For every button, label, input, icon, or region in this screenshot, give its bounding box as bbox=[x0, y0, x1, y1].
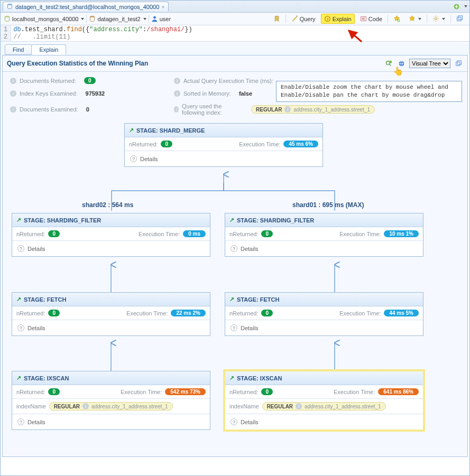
plan-node-fetch[interactable]: ↗STAGE: FETCH nReturned:0Execution Time:… bbox=[12, 292, 210, 336]
svg-rect-16 bbox=[457, 60, 461, 64]
popout-icon bbox=[455, 60, 462, 67]
panel-title: Query Execution Statistics of the Winnin… bbox=[7, 60, 148, 67]
database-label: datagen_it_test2 bbox=[97, 16, 140, 22]
stage-icon: ↗ bbox=[16, 375, 21, 381]
plan-tree[interactable]: shard02 : 564 ms shard01 : 695 ms (MAX) … bbox=[3, 121, 467, 456]
index-chip: REGULARiaddress.city_1_address.street_1 bbox=[262, 402, 386, 410]
details-toggle[interactable]: ?Details bbox=[225, 414, 423, 430]
details-toggle[interactable]: ?Details bbox=[12, 241, 210, 256]
tab-find[interactable]: Find bbox=[5, 44, 32, 55]
favorite-add-button[interactable] bbox=[390, 14, 403, 24]
info-icon: i bbox=[174, 90, 180, 97]
gear-icon bbox=[432, 15, 439, 22]
plan-node-ixscan[interactable]: ↗STAGE: IXSCAN nReturned:0Execution Time… bbox=[12, 371, 210, 430]
wand-icon bbox=[291, 15, 298, 22]
svg-rect-11 bbox=[458, 16, 462, 20]
svg-point-0 bbox=[7, 4, 12, 5]
db-icon bbox=[6, 3, 13, 10]
question-icon: ? bbox=[17, 245, 24, 252]
question-icon: ? bbox=[130, 155, 137, 162]
magnifier-icon bbox=[385, 60, 392, 67]
question-icon: ? bbox=[231, 324, 237, 331]
explain-panel: Query Execution Statistics of the Winnin… bbox=[2, 55, 468, 457]
index-keys-value: 975932 bbox=[86, 90, 105, 97]
main-toolbar: localhost_mongos_40000 datagen_it_test2 … bbox=[1, 13, 469, 25]
plan-node-shard-merge[interactable]: ↗STAGE: SHARD_MERGE nReturned:0Execution… bbox=[124, 123, 323, 167]
zoom-toggle-button[interactable] bbox=[384, 59, 393, 68]
details-toggle[interactable]: ?Details bbox=[12, 414, 210, 430]
svg-point-12 bbox=[386, 61, 390, 64]
stage-icon: ↗ bbox=[129, 127, 134, 134]
index-chip: REGULARiaddress.city_1_address.street_1 bbox=[251, 105, 375, 114]
user-label: user bbox=[160, 16, 171, 22]
query-button[interactable]: Query bbox=[288, 14, 319, 24]
info-icon: i bbox=[10, 106, 16, 113]
info-icon: i bbox=[10, 90, 16, 97]
shard-label-left: shard02 : 564 ms bbox=[82, 201, 133, 209]
svg-point-4 bbox=[153, 16, 156, 19]
editor-tab-bar: datagen_it_test2:test_shard@localhost_mo… bbox=[1, 1, 469, 13]
question-icon: ? bbox=[17, 418, 24, 425]
stage-icon: ↗ bbox=[16, 296, 21, 303]
details-toggle[interactable]: ?Details bbox=[225, 320, 423, 335]
code-button[interactable]: Code bbox=[357, 14, 385, 24]
plan-node-sharding-filter[interactable]: ↗STAGE: SHARDING_FILTER nReturned:0Execu… bbox=[225, 213, 423, 257]
user-icon bbox=[151, 15, 158, 22]
favorite-button[interactable] bbox=[406, 14, 425, 24]
result-tabstrip: Find Explain bbox=[1, 42, 469, 55]
svg-point-13 bbox=[389, 60, 392, 63]
plan-node-fetch[interactable]: ↗STAGE: FETCH nReturned:0Execution Time:… bbox=[225, 292, 423, 336]
info-icon: i bbox=[82, 403, 89, 409]
globe-icon bbox=[398, 60, 405, 67]
info-icon: i bbox=[174, 78, 180, 84]
star-icon bbox=[409, 15, 416, 22]
query-editor[interactable]: 1 2 db.test_shard.find({"address.city":/… bbox=[1, 25, 469, 42]
database-icon bbox=[89, 15, 96, 22]
editor-tab[interactable]: datagen_it_test2:test_shard@localhost_mo… bbox=[3, 2, 169, 11]
question-icon: ? bbox=[17, 324, 24, 331]
bookmark-button[interactable] bbox=[270, 14, 283, 24]
info-icon: i bbox=[174, 106, 179, 113]
plan-node-sharding-filter[interactable]: ↗STAGE: SHARDING_FILTER nReturned:0Execu… bbox=[12, 213, 210, 257]
add-tab-button[interactable] bbox=[451, 2, 461, 11]
tab-explain[interactable]: Explain bbox=[31, 44, 66, 55]
database-icon bbox=[4, 15, 11, 22]
database-selector[interactable]: datagen_it_test2 bbox=[89, 15, 146, 22]
editor-code[interactable]: db.test_shard.find({"address.city":/shan… bbox=[11, 25, 195, 41]
chevron-down-icon[interactable] bbox=[464, 5, 467, 7]
svg-point-2 bbox=[5, 16, 9, 17]
connection-selector[interactable]: localhost_mongos_40000 bbox=[4, 15, 84, 22]
user-selector[interactable]: user bbox=[151, 15, 171, 22]
explain-button[interactable]: ?Explain bbox=[321, 14, 355, 24]
svg-point-9 bbox=[435, 17, 437, 20]
question-icon: ? bbox=[231, 245, 237, 252]
popout-icon bbox=[456, 15, 463, 22]
zoom-tooltip: Enable/Disable zoom the chart by mouse w… bbox=[276, 81, 462, 102]
chevron-down-icon bbox=[418, 18, 421, 20]
panel-header: Query Execution Statistics of the Winnin… bbox=[3, 55, 467, 72]
editor-gutter: 1 2 bbox=[1, 25, 11, 41]
editor-tab-label: datagen_it_test2:test_shard@localhost_mo… bbox=[15, 4, 159, 10]
svg-rect-15 bbox=[456, 62, 459, 66]
view-mode-select[interactable]: Visual Tree bbox=[409, 59, 450, 68]
plan-node-ixscan[interactable]: ↗STAGE: IXSCAN nReturned:0Execution Time… bbox=[225, 371, 423, 430]
svg-point-3 bbox=[90, 16, 95, 17]
details-toggle[interactable]: ?Details bbox=[125, 151, 322, 166]
code-icon bbox=[360, 15, 367, 22]
globe-button[interactable] bbox=[397, 59, 406, 68]
docs-returned-badge: 0 bbox=[84, 77, 96, 84]
index-chip: REGULARiaddress.city_1_address.street_1 bbox=[49, 402, 173, 410]
details-toggle[interactable]: ?Details bbox=[225, 241, 423, 256]
shard-label-right: shard01 : 695 ms (MAX) bbox=[292, 201, 364, 209]
chevron-down-icon bbox=[442, 18, 445, 20]
stage-icon: ↗ bbox=[229, 296, 234, 303]
chevron-down-icon bbox=[143, 18, 146, 20]
detach-panel-button[interactable] bbox=[454, 59, 463, 68]
details-toggle[interactable]: ?Details bbox=[12, 320, 210, 335]
settings-button[interactable] bbox=[429, 14, 448, 24]
close-icon[interactable]: × bbox=[161, 4, 164, 10]
chevron-down-icon bbox=[81, 18, 84, 20]
star-plus-icon bbox=[393, 15, 400, 22]
detach-button[interactable] bbox=[453, 14, 466, 24]
stage-icon: ↗ bbox=[16, 217, 21, 223]
